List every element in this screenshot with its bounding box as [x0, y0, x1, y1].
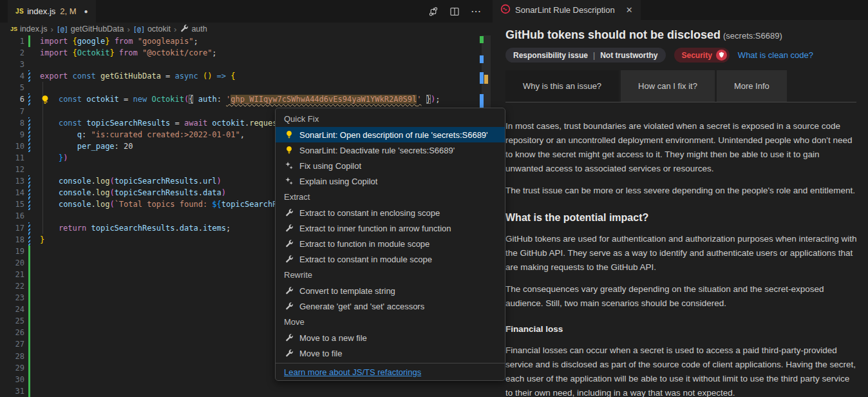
- line-number[interactable]: 13: [0, 175, 24, 187]
- line-number[interactable]: 16: [0, 210, 24, 222]
- gutter-mod-indicator: [28, 93, 30, 105]
- line-number[interactable]: 4: [0, 70, 24, 82]
- menu-item-extract-to-constant-in-module-scope[interactable]: Extract to constant in module scope: [276, 251, 505, 267]
- line-number[interactable]: 25: [0, 315, 24, 327]
- code-line-6[interactable]: 6 const octokit = new Octokit({ auth: 'g…: [0, 93, 493, 105]
- menu-item-label: Explain using Copilot: [299, 177, 377, 186]
- menu-item-label: Fix using Copilot: [299, 161, 361, 171]
- menu-item-generate-get-and-set-accessors[interactable]: Generate 'get' and 'set' accessors: [276, 298, 505, 314]
- gutter-added-indicator: [28, 280, 30, 292]
- code-line-5[interactable]: 5: [0, 82, 493, 93]
- line-number[interactable]: 24: [0, 304, 24, 315]
- line-number[interactable]: 22: [0, 280, 24, 292]
- line-number[interactable]: 2: [0, 47, 24, 59]
- gutter-added-indicator: [28, 351, 30, 362]
- menu-item-extract-to-inner-function-in-arrow-funct[interactable]: Extract to inner function in arrow funct…: [276, 220, 505, 236]
- wrench-icon: [284, 286, 294, 296]
- code-text: import {google} from "googleapis";: [40, 35, 198, 47]
- wrench-icon: [284, 333, 294, 343]
- refactorings-learn-more-link[interactable]: Learn more about JS/TS refactorings: [284, 367, 421, 377]
- rule-tab-why-is-this-an-issue-[interactable]: Why is this an issue?: [505, 70, 619, 102]
- line-number[interactable]: 15: [0, 198, 24, 210]
- line-number[interactable]: 31: [0, 385, 24, 397]
- panel-tab-bar: SonarLint Rule Description ✕: [493, 0, 868, 20]
- line-number[interactable]: 9: [0, 129, 24, 140]
- rule-paragraph: Financial losses can occur when a secret…: [505, 344, 858, 397]
- rule-title: GitHub tokens should not be disclosed(se…: [505, 28, 856, 42]
- code-line-31[interactable]: 31: [0, 385, 493, 397]
- breadcrumb-label: getGitHubData: [71, 24, 124, 34]
- what-is-clean-code-link[interactable]: What is clean code?: [738, 50, 813, 60]
- line-number[interactable]: 5: [0, 82, 24, 93]
- split-editor-icon[interactable]: [449, 6, 460, 17]
- breadcrumb-separator: ›: [174, 24, 176, 34]
- code-text: }): [40, 152, 68, 164]
- lightbulb-icon: [284, 130, 294, 140]
- close-icon[interactable]: ✕: [626, 5, 633, 15]
- menu-item-extract-to-constant-in-enclosing-scope[interactable]: Extract to constant in enclosing scope: [276, 205, 505, 220]
- lightbulb-quickfix-icon[interactable]: [40, 95, 50, 105]
- menu-item-label: SonarLint: Open description of rule 'sec…: [299, 130, 488, 140]
- quickfix-menu: Quick FixSonarLint: Open description of …: [275, 108, 505, 381]
- line-number[interactable]: 21: [0, 269, 24, 280]
- sparkle-icon: [284, 160, 294, 171]
- code-text: q: "is:curated created:>2022-01-01",: [40, 129, 245, 140]
- more-actions-icon[interactable]: ⋯: [471, 6, 481, 17]
- code-text: }: [40, 234, 44, 246]
- menu-item-sonarlint-open-description-of-rule-secre[interactable]: SonarLint: Open description of rule 'sec…: [276, 127, 505, 142]
- line-number[interactable]: 20: [0, 257, 24, 269]
- line-number[interactable]: 10: [0, 140, 24, 152]
- security-impact-badge: Security: [674, 48, 730, 63]
- line-number[interactable]: 23: [0, 292, 24, 304]
- code-line-2[interactable]: 2import {Octokit} from "@octokit/core";: [0, 47, 493, 59]
- line-number[interactable]: 17: [0, 222, 24, 234]
- breadcrumb-item-auth[interactable]: auth: [180, 24, 207, 35]
- minimap-mark: [480, 72, 484, 84]
- open-changes-icon[interactable]: [428, 6, 439, 17]
- menu-item-extract-to-function-in-module-scope[interactable]: Extract to function in module scope: [276, 236, 505, 251]
- line-number[interactable]: 18: [0, 234, 24, 246]
- breadcrumb-item-index-js[interactable]: JSindex.js: [10, 24, 47, 34]
- gutter-mod-indicator: [28, 175, 30, 187]
- dirty-indicator[interactable]: ●: [84, 8, 88, 15]
- line-number[interactable]: 6: [0, 93, 24, 105]
- line-number[interactable]: 11: [0, 152, 24, 164]
- line-number[interactable]: 27: [0, 338, 24, 350]
- editor-tab-indexjs[interactable]: JS index.js 2, M ●: [8, 0, 96, 23]
- menu-item-move-to-a-new-file[interactable]: Move to a new file: [276, 330, 505, 345]
- code-line-3[interactable]: 3: [0, 59, 493, 70]
- wrench-icon: [180, 24, 189, 35]
- line-number[interactable]: 26: [0, 327, 24, 338]
- rule-tab-how-can-i-fix-it-[interactable]: How can I fix it?: [621, 70, 715, 102]
- line-number[interactable]: 3: [0, 59, 24, 70]
- code-line-1[interactable]: 1import {google} from "googleapis";: [0, 35, 493, 47]
- menu-item-label: Extract to constant in enclosing scope: [299, 208, 440, 218]
- menu-item-move-to-file[interactable]: Move to file: [276, 345, 505, 361]
- code-line-4[interactable]: 4export const getGitHubData = async () =…: [0, 70, 493, 82]
- menu-group-header-extract: Extract: [276, 189, 505, 205]
- menu-item-sonarlint-deactivate-rule-secrets-s6689-[interactable]: SonarLint: Deactivate rule 'secrets:S668…: [276, 142, 505, 158]
- menu-item-fix-using-copilot[interactable]: Fix using Copilot: [276, 158, 505, 173]
- menu-item-explain-using-copilot[interactable]: Explain using Copilot: [276, 173, 505, 189]
- breadcrumb-label: octokit: [147, 24, 171, 34]
- panel-tab-sonarlint[interactable]: SonarLint Rule Description ✕: [493, 0, 641, 20]
- line-number[interactable]: 1: [0, 35, 24, 47]
- gutter-spacer: [28, 59, 30, 70]
- breadcrumb-item-getgithubdata[interactable]: [@]getGitHubData: [57, 24, 124, 34]
- gutter-added-indicator: [28, 269, 30, 280]
- line-number[interactable]: 28: [0, 351, 24, 362]
- line-number[interactable]: 8: [0, 117, 24, 129]
- menu-group-header-quick-fix: Quick Fix: [276, 111, 505, 127]
- line-number[interactable]: 14: [0, 187, 24, 198]
- rule-tab-more-info[interactable]: More Info: [717, 70, 787, 102]
- rule-paragraph: GitHub tokens are used for authenticatio…: [505, 232, 858, 275]
- breadcrumb-item-octokit[interactable]: [@]octokit: [133, 24, 171, 34]
- line-number[interactable]: 29: [0, 362, 24, 374]
- menu-item-convert-to-template-string[interactable]: Convert to template string: [276, 283, 505, 298]
- line-number[interactable]: 19: [0, 246, 24, 257]
- line-number[interactable]: 12: [0, 164, 24, 175]
- code-text: console.log(topicSearchResults.url): [40, 175, 222, 187]
- line-number[interactable]: 7: [0, 106, 24, 117]
- clean-code-attribute-badge: Responsibility issue | Not trustworthy: [505, 48, 666, 63]
- line-number[interactable]: 30: [0, 374, 24, 385]
